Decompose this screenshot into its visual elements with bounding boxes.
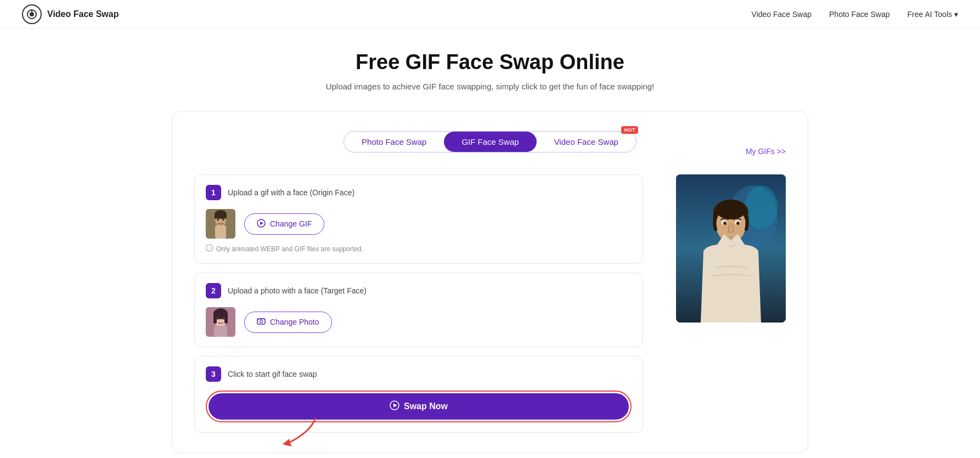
step-1-card: 1 Upload a gif with a face (Origin Face) (194, 174, 643, 264)
svg-point-38 (723, 222, 726, 225)
swap-icon (390, 400, 399, 412)
tab-video-face-swap[interactable]: Video Face Swap HOT (537, 132, 636, 152)
header: Video Face Swap Video Face Swap Photo Fa… (0, 0, 980, 29)
step-2-header: 2 Upload a photo with a face (Target Fac… (206, 283, 632, 298)
svg-rect-10 (224, 213, 227, 219)
nav-photo-face-swap[interactable]: Photo Face Swap (829, 10, 890, 19)
change-gif-button[interactable]: Change GIF (244, 213, 324, 235)
change-photo-label: Change Photo (270, 318, 319, 326)
nav-video-face-swap[interactable]: Video Face Swap (752, 10, 812, 19)
svg-marker-12 (260, 222, 263, 225)
tab-group: Photo Face Swap GIF Face Swap Video Face… (343, 131, 637, 152)
svg-rect-9 (215, 213, 217, 219)
page-subtitle: Upload images to achieve GIF face swappi… (172, 82, 808, 91)
page-title: Free GIF Face Swap Online (172, 50, 808, 74)
svg-marker-26 (393, 404, 397, 408)
step-2-thumbnail (206, 307, 235, 337)
change-photo-icon (257, 317, 266, 327)
step-2-label: Upload a photo with a face (Target Face) (228, 286, 367, 295)
svg-point-30 (745, 185, 778, 229)
step-2-card: 2 Upload a photo with a face (Target Fac… (194, 273, 643, 347)
logo-text: Video Face Swap (47, 9, 119, 19)
change-gif-icon (257, 219, 266, 229)
steps-area: 1 Upload a gif with a face (Origin Face) (194, 174, 643, 433)
tab-photo-label: Photo Face Swap (362, 137, 426, 146)
swap-button-wrapper: Swap Now (206, 391, 632, 422)
preview-svg (676, 174, 786, 323)
svg-text:i: i (210, 246, 211, 251)
svg-point-1 (30, 12, 34, 16)
step-1-number: 1 (206, 185, 221, 200)
main-content: Free GIF Face Swap Online Upload images … (161, 29, 819, 458)
preview-image (676, 174, 786, 323)
logo-icon (22, 4, 42, 24)
step-3-label: Click to start gif face swap (228, 370, 317, 378)
svg-rect-18 (213, 313, 217, 324)
step-3-card: 3 Click to start gif face swap (194, 356, 643, 433)
swap-now-button[interactable]: Swap Now (209, 393, 629, 420)
svg-point-39 (736, 222, 740, 225)
info-icon: i (206, 244, 213, 253)
logo[interactable]: Video Face Swap (22, 4, 119, 24)
step-1-label: Upload a gif with a face (Origin Face) (228, 188, 354, 197)
change-gif-label: Change GIF (270, 219, 312, 228)
step-1-body: Change GIF (206, 209, 632, 239)
note-text: Only animated WEBP and GIF files are sup… (216, 245, 363, 253)
step-3-number: 3 (206, 366, 221, 382)
tab-video-label: Video Face Swap (554, 137, 618, 146)
header-nav: Video Face Swap Photo Face Swap Free AI … (752, 10, 958, 19)
hot-badge: HOT (621, 126, 638, 134)
svg-point-21 (222, 318, 224, 320)
step-1-note: i Only animated WEBP and GIF files are s… (206, 244, 632, 253)
tab-gif-face-swap[interactable]: GIF Face Swap (444, 132, 536, 152)
svg-point-2 (31, 10, 33, 12)
svg-rect-22 (214, 326, 227, 337)
step-2-body: Change Photo (206, 307, 632, 337)
svg-marker-27 (283, 439, 291, 446)
step-1-header: 1 Upload a gif with a face (Origin Face) (206, 185, 632, 200)
tab-gif-label: GIF Face Swap (461, 137, 519, 146)
svg-point-20 (217, 318, 219, 320)
tab-photo-face-swap[interactable]: Photo Face Swap (344, 132, 444, 152)
svg-rect-19 (224, 313, 228, 324)
svg-point-24 (260, 320, 263, 323)
main-card: Photo Face Swap GIF Face Swap Video Face… (172, 111, 808, 453)
nav-free-ai-tools[interactable]: Free AI Tools ▾ (908, 10, 958, 19)
chevron-down-icon: ▾ (954, 10, 958, 19)
nav-free-ai-tools-label: Free AI Tools (908, 10, 952, 19)
my-gifs-link[interactable]: My GIFs >> (746, 147, 786, 156)
gif-thumbnail-image (206, 209, 235, 239)
svg-rect-5 (215, 225, 226, 239)
change-photo-button[interactable]: Change Photo (244, 312, 332, 333)
step-3-header: 3 Click to start gif face swap (206, 366, 632, 382)
step-1-thumbnail (206, 209, 235, 239)
preview-area: My GIFs >> (676, 174, 786, 323)
content-area: 1 Upload a gif with a face (Origin Face) (194, 174, 786, 433)
svg-point-35 (716, 200, 746, 219)
tab-bar: Photo Face Swap GIF Face Swap Video Face… (194, 131, 786, 152)
swap-btn-label: Swap Now (404, 402, 448, 411)
photo-thumbnail-image (206, 307, 235, 337)
swap-btn-border: Swap Now (206, 391, 632, 422)
step-2-number: 2 (206, 283, 221, 298)
